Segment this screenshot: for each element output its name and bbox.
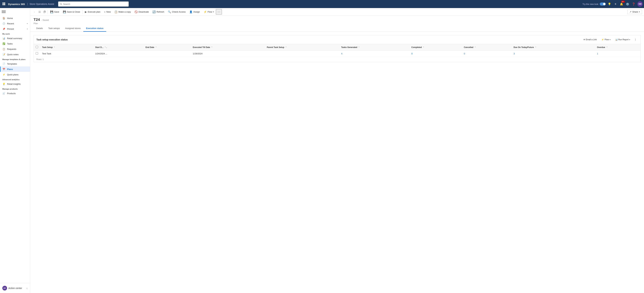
tasks-generated-link[interactable]: 4 — [341, 52, 342, 55]
check-access-label: Check Access — [172, 11, 186, 13]
col-cancelled[interactable]: Cancelled ⌃ — [462, 44, 512, 51]
tab-execution-status[interactable]: Execution status — [83, 25, 106, 32]
cell-cancelled[interactable]: 0 — [462, 51, 512, 57]
overdue-link[interactable]: 1 — [597, 52, 598, 55]
hamburger-menu[interactable] — [1, 10, 6, 14]
new-button[interactable]: + New — [102, 10, 112, 14]
email-link-button[interactable]: ✉ Email a Link — [582, 38, 598, 42]
select-all-header[interactable] — [34, 44, 40, 51]
save-close-button[interactable]: 💾 Save & Close — [61, 10, 82, 14]
due-on-today-future-link[interactable]: 3 — [514, 52, 515, 55]
cell-due-on-today-future[interactable]: 3 — [512, 51, 595, 57]
make-copy-button[interactable]: 📋 Make a copy — [113, 10, 132, 14]
tab-assigned-stores[interactable]: Assigned stores — [62, 25, 83, 32]
col-start-date[interactable]: Start D... ⌃⌄ — [93, 44, 144, 51]
sidebar-item-tasks[interactable]: ✅ Tasks — [0, 41, 30, 46]
row-select-checkbox[interactable] — [36, 52, 38, 55]
quick-notes-label: Quick notes — [7, 53, 18, 56]
completed-sort-icon: ⌃ — [423, 47, 424, 48]
run-report-button[interactable]: 📊 Run Report ▾ — [614, 38, 632, 42]
table-row: Test Task 1/24/2024 ... 1/29/2024 4 0 0 … — [34, 51, 640, 57]
row-checkbox-cell[interactable] — [34, 51, 40, 57]
sidebar-item-home[interactable]: 🏠 Home — [0, 16, 30, 21]
grid-more-button[interactable]: ⋮ — [633, 37, 638, 42]
col-executed-till-date[interactable]: Executed Till Date ⌃ — [191, 44, 265, 51]
user-avatar[interactable]: SM — [637, 1, 643, 7]
deactivate-button[interactable]: 🚫 Deactivate — [133, 10, 150, 14]
copy-button[interactable]: 🗍 — [42, 10, 47, 14]
sidebar-item-retail-insights[interactable]: 💡 Retail insights — [0, 81, 30, 87]
tab-details[interactable]: Details — [34, 25, 46, 32]
copy-icon: 📋 — [114, 11, 118, 14]
nav-arrows: ‹ ☷ 🗍 — [32, 10, 47, 14]
sidebar-item-plans[interactable]: 📅 Plans — [0, 67, 30, 72]
overdue-sort-icon: ⌃ — [606, 47, 608, 48]
flow-button[interactable]: ⚡ Flow ▾ — [202, 10, 216, 14]
home-label: Home — [7, 17, 13, 20]
plans-label: Plans — [7, 68, 13, 71]
share-button[interactable]: ↗ Share ▾ — [628, 10, 642, 14]
retail-summary-label: Retail summary — [7, 37, 22, 40]
sidebar-item-pinned[interactable]: 📌 Pinned ▾ — [0, 26, 30, 32]
action-center-chevron: ◇ — [26, 287, 28, 289]
refresh-button[interactable]: 🔄 Refresh — [151, 10, 166, 14]
apps-button[interactable] — [1, 1, 7, 7]
col-parent-task-setup[interactable]: Parent Task Setup ⌃ — [265, 44, 339, 51]
sidebar-item-recent[interactable]: 🕐 Recent ▾ — [0, 21, 30, 26]
sidebar-item-quick-notes[interactable]: 📝 Quick notes — [0, 52, 30, 57]
search-box[interactable] — [58, 2, 129, 7]
save-button[interactable]: 💾 Save — [48, 10, 61, 14]
back-button[interactable]: ‹ — [32, 10, 37, 14]
add-icon[interactable]: + — [613, 2, 618, 6]
save-close-label: Save & Close — [67, 11, 80, 13]
record-type: Plan — [34, 22, 641, 25]
col-completed[interactable]: Completed ⌃ — [410, 44, 462, 51]
svg-point-4 — [60, 3, 62, 5]
sidebar-item-quick-plans[interactable]: ⚡ Quick plans — [0, 72, 30, 77]
search-input[interactable] — [63, 3, 127, 5]
col-end-date[interactable]: End Date ⌃ — [144, 44, 191, 51]
settings-icon[interactable]: ⚙️ — [625, 2, 630, 6]
share-label: Share — [632, 11, 638, 13]
grid-section: Task setup execution status ✉ Email a Li… — [34, 35, 641, 62]
sidebar-item-requests[interactable]: 📋 Requests — [0, 46, 30, 52]
tab-task-setups[interactable]: Task setups — [46, 25, 62, 32]
make-copy-label: Make a copy — [118, 11, 131, 13]
cancelled-link[interactable]: 0 — [464, 52, 465, 55]
assign-label: Assign — [193, 11, 200, 13]
sidebar-top — [0, 8, 30, 16]
sidebar-item-templates[interactable]: 📄 Templates — [0, 61, 30, 67]
more-button[interactable]: ⋯ — [216, 9, 222, 15]
retail-insights-icon: 💡 — [2, 82, 5, 85]
grid-flow-button[interactable]: ⚡ Flow ▾ — [600, 38, 612, 42]
col-tasks-generated[interactable]: Tasks Generated ⌃ — [339, 44, 409, 51]
col-due-on-today-future[interactable]: Due On Today/Future ⌃ — [512, 44, 595, 51]
sidebar-item-retail-summary[interactable]: 📊 Retail summary — [0, 36, 30, 41]
select-all-checkbox[interactable] — [36, 46, 38, 48]
sidebar-item-products[interactable]: 🛒 Products — [0, 91, 30, 96]
help-icon[interactable]: ❓ — [631, 2, 636, 6]
sep2 — [82, 10, 82, 14]
svg-rect-2 — [2, 4, 4, 5]
task-setup-sort-icon: ⌃ — [54, 47, 55, 48]
cell-overdue[interactable]: 1 — [595, 51, 640, 57]
svg-rect-1 — [4, 3, 5, 4]
completed-link[interactable]: 0 — [412, 52, 412, 55]
try-new-look-toggle[interactable] — [600, 3, 606, 6]
lightbulb-icon[interactable]: 💡 — [607, 2, 612, 6]
sidebar-item-action-center[interactable]: AC Action center ◇ — [0, 284, 30, 292]
retail-insights-label: Retail insights — [7, 83, 21, 85]
save-label: Save — [54, 11, 59, 13]
check-access-button[interactable]: 🔍 Check Access — [166, 10, 187, 14]
cell-completed[interactable]: 0 — [410, 51, 462, 57]
save-icon: 💾 — [50, 11, 53, 14]
col-task-setup[interactable]: Task Setup ⌃ — [40, 44, 93, 51]
content-area: ‹ ☷ 🗍 💾 Save 💾 Save & Close ▶ Execute pl… — [30, 8, 644, 293]
notifications-button[interactable]: 🔔 99+ — [619, 2, 624, 6]
cell-tasks-generated[interactable]: 4 — [339, 51, 409, 57]
assign-button[interactable]: 👤 Assign — [188, 10, 202, 14]
execute-plan-button[interactable]: ▶ Execute plan — [83, 10, 102, 14]
col-overdue[interactable]: Overdue ⌃ — [595, 44, 640, 51]
list-view-button[interactable]: ☷ — [37, 10, 42, 14]
run-report-icon: 📊 — [615, 39, 618, 41]
